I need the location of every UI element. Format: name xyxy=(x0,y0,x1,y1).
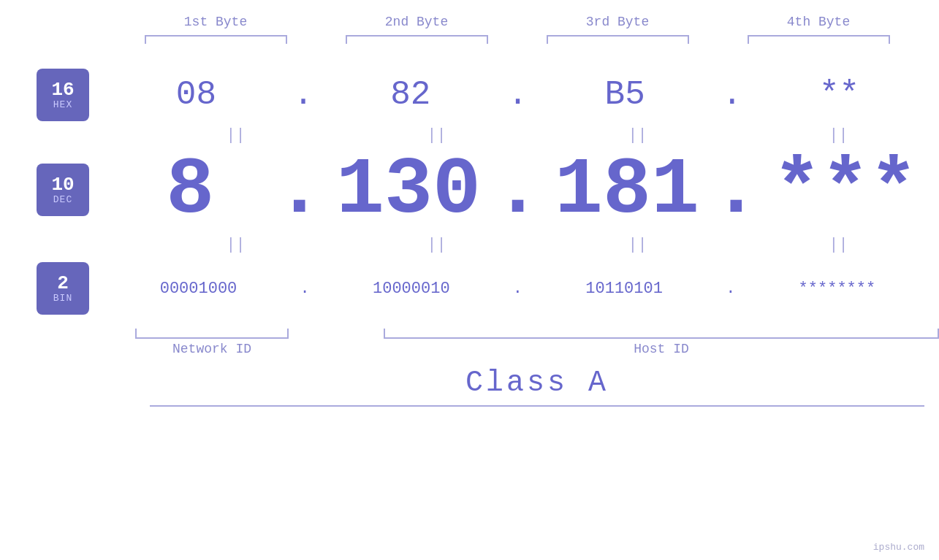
dec-dot1: . xyxy=(275,145,324,236)
bin-b1: 00001000 xyxy=(126,280,272,298)
network-id-label: Network ID xyxy=(135,342,289,356)
dec-dot3: . xyxy=(712,145,760,236)
top-brackets xyxy=(115,35,919,44)
id-labels: Network ID Host ID xyxy=(135,342,939,356)
bin-base-number: 2 xyxy=(57,274,69,293)
hex-badge: 16 HEX xyxy=(37,69,89,121)
byte2-header: 2nd Byte xyxy=(336,15,497,29)
hex-b2: 82 xyxy=(338,76,484,114)
bottom-brackets xyxy=(135,329,939,339)
bin-base-label: BIN xyxy=(53,293,72,304)
bin-dot2: . xyxy=(513,280,522,298)
network-bracket xyxy=(135,329,289,339)
bin-dot1: . xyxy=(300,280,310,298)
hex-b3: B5 xyxy=(552,76,698,114)
host-bracket xyxy=(384,329,939,339)
bracket-byte2 xyxy=(346,35,488,44)
dec-values: 8 . 130 . 181 . *** xyxy=(111,145,924,236)
bin-b3: 10110101 xyxy=(551,280,697,298)
eq3: || xyxy=(565,126,711,145)
hex-row: 16 HEX 08 . 82 . B5 . ** xyxy=(0,66,939,124)
bin-b2: 10000010 xyxy=(338,280,484,298)
eq8: || xyxy=(766,236,912,254)
bin-badge: 2 BIN xyxy=(37,262,89,315)
eq5: || xyxy=(163,236,309,254)
eq6: || xyxy=(364,236,510,254)
byte1-header: 1st Byte xyxy=(135,15,296,29)
byte-headers: 1st Byte 2nd Byte 3rd Byte 4th Byte xyxy=(115,15,919,29)
bin-values: 00001000 . 10000010 . 10110101 . *******… xyxy=(111,280,924,298)
bin-b4: ******** xyxy=(764,280,910,298)
host-id-label: Host ID xyxy=(384,342,939,356)
dec-base-number: 10 xyxy=(51,175,74,194)
dec-row: 10 DEC 8 . 130 . 181 . *** xyxy=(0,146,939,234)
hex-dot2: . xyxy=(508,76,528,114)
dec-base-label: DEC xyxy=(53,194,72,205)
dec-dot2: . xyxy=(493,145,541,236)
dec-badge: 10 DEC xyxy=(37,164,89,216)
watermark: ipshu.com xyxy=(873,542,924,553)
hex-dot3: . xyxy=(722,76,742,114)
dec-b1: 8 xyxy=(117,145,263,236)
hex-base-number: 16 xyxy=(51,80,74,99)
hex-values: 08 . 82 . B5 . ** xyxy=(111,76,924,114)
main-container: 1st Byte 2nd Byte 3rd Byte 4th Byte 16 H… xyxy=(0,0,939,560)
dec-b2: 130 xyxy=(335,145,482,236)
eq4: || xyxy=(766,126,912,145)
hex-base-label: HEX xyxy=(53,99,72,110)
equals-dec-bin: || || || || xyxy=(135,234,939,256)
equals-hex-dec: || || || || xyxy=(135,124,939,146)
hex-dot1: . xyxy=(293,76,313,114)
byte4-header: 4th Byte xyxy=(738,15,899,29)
bracket-byte1 xyxy=(145,35,287,44)
hex-b4: ** xyxy=(767,76,913,114)
dec-b4: *** xyxy=(772,145,919,236)
byte3-header: 3rd Byte xyxy=(537,15,698,29)
bin-dot3: . xyxy=(726,280,735,298)
eq2: || xyxy=(364,126,510,145)
eq7: || xyxy=(565,236,711,254)
class-label: Class A xyxy=(465,367,609,399)
eq1: || xyxy=(163,126,309,145)
bracket-byte4 xyxy=(748,35,890,44)
dec-b3: 181 xyxy=(554,145,700,236)
bracket-byte3 xyxy=(547,35,689,44)
bin-row: 2 BIN 00001000 . 10000010 . 10110101 . *… xyxy=(0,256,939,321)
class-row: Class A xyxy=(150,367,924,407)
hex-b1: 08 xyxy=(123,76,269,114)
